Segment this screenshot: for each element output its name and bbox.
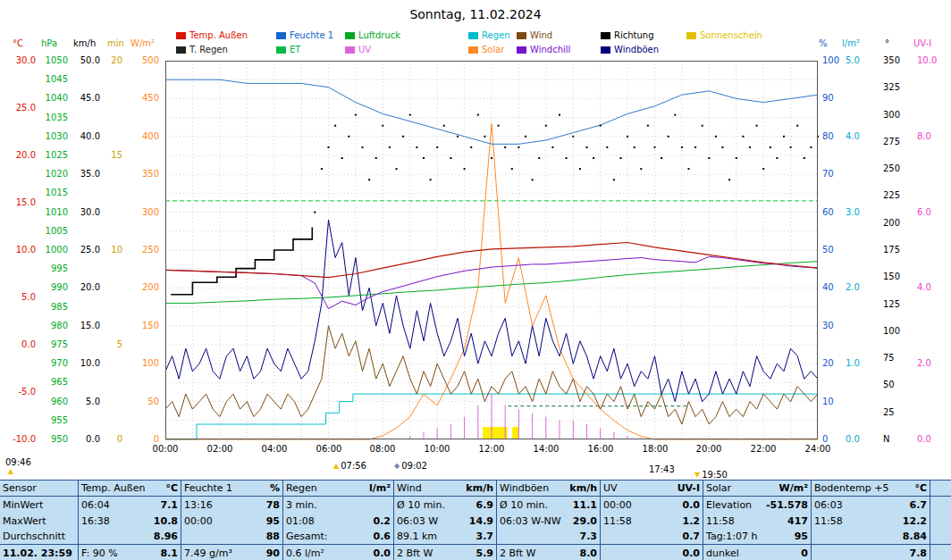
axis-tick-label: 1040 bbox=[32, 94, 68, 103]
table-cell: 3 min. bbox=[283, 497, 394, 513]
axis-tick-label: 5 bbox=[87, 340, 122, 349]
axis-tick-label: 25.0 bbox=[0, 104, 36, 113]
weather-station-window: Sonntag, 11.02.2024 SensorTemp. Außen°CF… bbox=[0, 0, 951, 560]
table-cell: 06:036.7 bbox=[812, 497, 930, 513]
table-cell: 0.6 l/m²0.0 bbox=[283, 545, 394, 560]
table-cell-value: 90 bbox=[266, 547, 280, 559]
axis-tick-label: 35.0 bbox=[64, 170, 100, 179]
legend-label: Regen bbox=[482, 30, 510, 40]
table-filler bbox=[930, 529, 951, 545]
axis-tick-label: 15.0 bbox=[64, 322, 100, 330]
series-richtung bbox=[545, 125, 547, 127]
table-filler bbox=[930, 481, 951, 497]
series-richtung bbox=[491, 157, 492, 159]
series-sonnenschein bbox=[483, 427, 508, 439]
axis-tick-label: 985 bbox=[32, 303, 68, 312]
axis-unit-label: min bbox=[107, 39, 124, 48]
series-richtung bbox=[613, 179, 615, 180]
table-cell-value: 88 bbox=[266, 531, 280, 542]
axis-tick-label: 10.0 bbox=[0, 246, 36, 255]
series-richtung bbox=[654, 146, 656, 148]
table-header-label: Solar bbox=[706, 482, 731, 494]
legend-item: Sonnenschein bbox=[686, 30, 762, 40]
legend-label: Windchill bbox=[530, 45, 570, 54]
axis-tick-label: 0.0 bbox=[0, 340, 36, 349]
table-header-sensor: Sensor bbox=[0, 481, 79, 497]
table-header-label: UV bbox=[603, 482, 618, 494]
series-richtung bbox=[525, 136, 526, 138]
series-solar bbox=[165, 123, 818, 439]
legend-item: ET bbox=[276, 45, 300, 54]
marker-time-label: 19:50 bbox=[702, 471, 728, 480]
series-richtung bbox=[511, 168, 513, 170]
time-marker: 09:46 bbox=[5, 458, 31, 467]
axis-tick-label: 975 bbox=[32, 340, 68, 349]
table-cell-value: 5.9 bbox=[476, 547, 494, 559]
series-richtung bbox=[402, 136, 404, 138]
series-richtung bbox=[498, 125, 500, 127]
table-cell-value: 0.2 bbox=[374, 515, 391, 527]
table-header-value: °C bbox=[165, 482, 178, 494]
series-richtung bbox=[566, 157, 568, 159]
x-axis-tick-label: 02:00 bbox=[202, 444, 238, 454]
axis-tick-label: 225 bbox=[883, 191, 919, 200]
table-cell: 13:1678 bbox=[181, 497, 283, 513]
marker-time-label: 09:02 bbox=[401, 462, 427, 471]
series-richtung bbox=[688, 168, 690, 170]
table-cell-value: 7.3 bbox=[580, 531, 598, 542]
axis-tick-label: 90 bbox=[822, 94, 858, 103]
table-cell-value: 7.8 bbox=[910, 547, 928, 559]
x-axis-tick-label: 20:00 bbox=[691, 444, 727, 454]
table-cell-value: -51.578 bbox=[766, 499, 808, 511]
axis-tick-label: 125 bbox=[883, 300, 919, 309]
series-richtung bbox=[470, 146, 472, 148]
series-richtung bbox=[634, 146, 635, 148]
page-title: Sonntag, 11.02.2024 bbox=[0, 7, 951, 21]
axis-tick-label: 955 bbox=[32, 416, 68, 425]
table-cell-value: 0.6 bbox=[374, 531, 391, 542]
axis-tick-label: 990 bbox=[32, 283, 68, 292]
legend-item: Temp. Außen bbox=[176, 30, 248, 40]
table-cell-label: 00:00 bbox=[603, 499, 632, 511]
series-richtung bbox=[770, 146, 771, 148]
table-cell: 06:03 W14.9 bbox=[394, 513, 497, 529]
table-cell-value: 8.84 bbox=[903, 531, 927, 542]
sunset-icon: ▼ bbox=[694, 472, 700, 479]
axis-tick-label: 45.0 bbox=[64, 94, 100, 103]
series-richtung bbox=[668, 136, 669, 138]
time-marker: ▲07:56 bbox=[333, 462, 366, 471]
legend-item: UV bbox=[345, 45, 371, 54]
series-richtung bbox=[375, 157, 377, 159]
axis-tick-label: 450 bbox=[123, 94, 159, 103]
x-axis-tick-label: 18:00 bbox=[637, 444, 673, 454]
axis-tick-label: 30.0 bbox=[64, 208, 100, 217]
axis-tick-label: 200 bbox=[123, 283, 159, 292]
table-cell: 89.1 km3.7 bbox=[394, 529, 497, 545]
sun-event-icon: ▲ bbox=[8, 468, 13, 475]
x-axis-tick-label: 04:00 bbox=[257, 444, 292, 454]
table-cell-value: 0 bbox=[801, 547, 808, 559]
series-richtung bbox=[416, 146, 417, 148]
table-cell-label: 06:03 W bbox=[397, 515, 438, 527]
table-cell-label: dunkel bbox=[706, 547, 739, 559]
axis-tick-label: 1030 bbox=[32, 132, 68, 141]
axis-tick-label: 4.0 bbox=[917, 283, 951, 292]
axis-tick-label: 400 bbox=[123, 132, 159, 141]
axis-tick-label: 995 bbox=[32, 264, 68, 273]
table-header-value: l/m² bbox=[369, 482, 391, 494]
x-axis-tick-label: 12:00 bbox=[474, 444, 509, 454]
series-richtung bbox=[348, 136, 349, 138]
series-richtung bbox=[477, 114, 479, 116]
axis-tick-label: 15.0 bbox=[0, 198, 36, 207]
axis-tick-label: 1050 bbox=[32, 56, 68, 65]
table-cell-label: 11:58 bbox=[814, 515, 843, 527]
axis-unit-label: % bbox=[819, 39, 828, 48]
axis-tick-label: 3.0 bbox=[846, 208, 881, 217]
table-cell-value: 14.9 bbox=[469, 515, 493, 527]
table-cell: 11:581.2 bbox=[601, 513, 703, 529]
x-axis-tick-label: 08:00 bbox=[365, 444, 400, 454]
time-marker: ◆09:02 bbox=[394, 462, 427, 471]
legend-item: Regen bbox=[468, 30, 510, 40]
table-row-label: Durchschnitt bbox=[0, 529, 79, 545]
series-richtung bbox=[572, 136, 574, 138]
